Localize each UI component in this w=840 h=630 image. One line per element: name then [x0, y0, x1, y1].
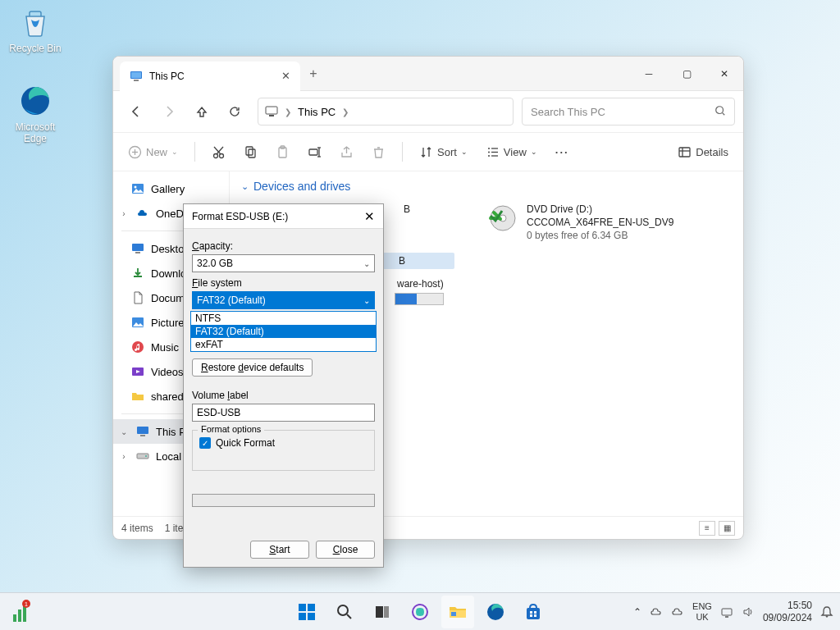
drive-label: CCCOMA_X64FRE_EN-US_DV9 — [527, 216, 673, 229]
dropdown-option-fat32[interactable]: FAT32 (Default) — [191, 325, 376, 338]
filesystem-dropdown[interactable]: NTFS FAT32 (Default) exFAT — [190, 311, 377, 352]
svg-point-12 — [220, 153, 224, 158]
close-button[interactable]: Close — [316, 541, 375, 559]
restore-defaults-button[interactable]: Restore device defaults — [192, 358, 313, 377]
svg-rect-19 — [309, 149, 317, 155]
start-button[interactable]: Start — [250, 541, 309, 559]
chevron-right-icon: ❯ — [342, 107, 349, 116]
taskbar: 1 ⌃ ENG UK 15:50 09/09/2024 — [0, 592, 840, 630]
widgets-button[interactable]: 1 — [8, 600, 33, 624]
edge-icon — [486, 602, 505, 622]
dialog-titlebar: Format ESD-USB (E:) ✕ — [184, 204, 383, 229]
refresh-button[interactable] — [220, 97, 249, 126]
search-input[interactable]: Search This PC — [522, 98, 735, 126]
desktop-icon-recycle[interactable]: Recycle Bin — [5, 5, 66, 54]
view-list-button[interactable]: ≡ — [699, 521, 715, 536]
breadcrumb-segment[interactable]: This PC — [298, 106, 336, 118]
up-button[interactable] — [187, 97, 217, 126]
taskbar-copilot[interactable] — [404, 596, 436, 628]
volume-label: Volume label — [192, 390, 375, 401]
desktop-icon-edge[interactable]: Microsoft Edge — [5, 84, 66, 144]
back-button[interactable] — [121, 97, 151, 126]
svg-text:1: 1 — [25, 601, 28, 607]
volume-icon[interactable] — [742, 605, 755, 619]
chevron-right-icon[interactable]: › — [118, 452, 130, 461]
onedrive-tray-icon-2[interactable] — [671, 605, 684, 619]
new-button[interactable]: New ⌄ — [121, 139, 185, 165]
svg-point-42 — [145, 455, 147, 457]
drive-name: DVD Drive (D:) — [527, 203, 673, 216]
view-button[interactable]: View⌄ — [479, 139, 544, 165]
delete-button[interactable] — [365, 139, 392, 165]
new-tab-button[interactable]: + — [300, 66, 326, 81]
svg-rect-46 — [18, 609, 21, 622]
tab-close-icon[interactable]: ✕ — [281, 70, 290, 82]
svg-rect-29 — [679, 148, 690, 157]
copy-button[interactable] — [237, 139, 264, 165]
forward-button[interactable] — [154, 97, 184, 126]
search-icon — [336, 603, 354, 621]
chevron-down-icon: ⌄ — [363, 259, 370, 268]
view-grid-button[interactable]: ▦ — [719, 521, 735, 536]
rename-button[interactable] — [301, 139, 328, 165]
copilot-icon — [410, 602, 430, 622]
filesystem-label: File system — [192, 277, 375, 289]
dropdown-option-ntfs[interactable]: NTFS — [191, 312, 376, 325]
svg-rect-63 — [530, 611, 532, 614]
volume-input[interactable] — [192, 404, 375, 422]
download-icon — [131, 267, 144, 280]
svg-rect-67 — [722, 609, 732, 615]
cut-button[interactable] — [205, 139, 232, 165]
sidebar-item-gallery[interactable]: Gallery — [113, 176, 229, 201]
quick-format-checkbox[interactable]: ✓ Quick Format — [199, 437, 368, 449]
task-view-icon — [373, 603, 391, 621]
section-header[interactable]: ⌄ Devices and drives — [241, 180, 732, 193]
titlebar: This PC ✕ + ─ ▢ ✕ — [113, 57, 743, 91]
command-bar: New ⌄ Sort⌄ View⌄ ··· Details — [113, 132, 743, 171]
svg-point-33 — [135, 186, 137, 189]
clock[interactable]: 15:50 09/09/2024 — [763, 600, 812, 624]
minimize-button[interactable]: ─ — [630, 57, 668, 91]
svg-rect-52 — [299, 613, 306, 620]
taskbar-store[interactable] — [517, 596, 550, 628]
filesystem-select[interactable]: FAT32 (Default)⌄ — [192, 291, 375, 309]
drive-item-dvd[interactable]: DVD Drive (D:) CCCOMA_X64FRE_EN-US_DV9 0… — [487, 203, 717, 243]
search-placeholder: Search This PC — [531, 106, 605, 118]
onedrive-tray-icon[interactable] — [650, 605, 663, 619]
taskbar-search[interactable] — [328, 596, 361, 628]
share-button[interactable] — [333, 139, 360, 165]
close-button[interactable]: ✕ — [705, 57, 743, 91]
taskbar-explorer[interactable] — [441, 596, 474, 628]
svg-point-25 — [488, 151, 490, 153]
trash-icon — [372, 145, 386, 159]
chevron-right-icon: ❯ — [285, 107, 291, 116]
more-button[interactable]: ··· — [549, 139, 576, 165]
paste-button[interactable] — [269, 139, 296, 165]
dropdown-option-exfat[interactable]: exFAT — [191, 338, 376, 351]
sort-button[interactable]: Sort⌄ — [413, 139, 474, 165]
details-button[interactable]: Details — [671, 139, 735, 165]
svg-rect-40 — [140, 435, 145, 436]
tray-chevron-icon[interactable]: ⌃ — [633, 606, 641, 618]
dialog-title: Format ESD-USB (E:) — [192, 211, 288, 222]
video-icon — [131, 365, 144, 378]
start-button[interactable] — [290, 596, 323, 628]
task-view-button[interactable] — [366, 596, 399, 628]
svg-rect-2 — [131, 72, 141, 78]
breadcrumb[interactable]: ❯ This PC ❯ — [258, 98, 514, 126]
close-icon[interactable]: ✕ — [364, 209, 375, 224]
taskbar-edge[interactable] — [479, 596, 512, 628]
capacity-select[interactable]: 32.0 GB⌄ — [192, 254, 375, 272]
chevron-right-icon[interactable]: › — [118, 209, 130, 218]
drive-free: 0 bytes free of 6.34 GB — [527, 229, 673, 242]
chevron-down-icon[interactable]: ⌄ — [118, 427, 130, 436]
svg-rect-3 — [134, 80, 139, 81]
tab-thispc[interactable]: This PC ✕ — [120, 62, 300, 91]
svg-rect-51 — [308, 604, 315, 611]
maximize-button[interactable]: ▢ — [668, 57, 705, 91]
network-icon[interactable] — [720, 605, 733, 619]
svg-point-37 — [132, 341, 144, 353]
svg-rect-62 — [527, 608, 540, 619]
notifications-icon[interactable] — [820, 605, 833, 619]
language-indicator[interactable]: ENG UK — [692, 601, 712, 621]
